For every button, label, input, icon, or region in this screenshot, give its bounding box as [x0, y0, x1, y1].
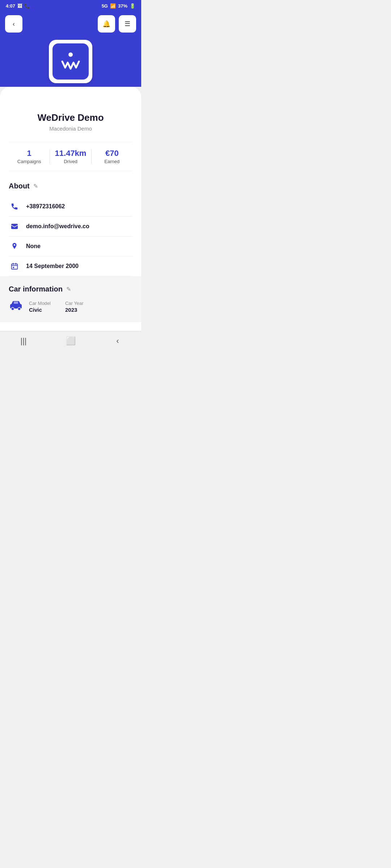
svg-rect-7: [14, 302, 18, 304]
svg-rect-1: [11, 224, 18, 229]
header-actions: 🔔 ☰: [98, 15, 136, 33]
svg-rect-3: [13, 267, 14, 268]
profile-subtitle: Macedonia Demo: [9, 125, 133, 132]
profile-card: WeDrive Demo Macedonia Demo 1 Campaigns …: [0, 87, 141, 331]
car-icon: [9, 300, 23, 314]
notification-button[interactable]: 🔔: [98, 15, 115, 33]
birthday-icon: [9, 262, 20, 270]
birthday-row: 14 September 2000: [9, 256, 133, 276]
signal-icon: 5G: [102, 3, 108, 9]
back-button[interactable]: ‹: [5, 15, 22, 33]
car-year-label: Car Year: [65, 301, 84, 306]
phone-icon: [9, 203, 20, 210]
app-logo-wrapper: [49, 40, 92, 83]
signal-bars: 📶: [110, 3, 116, 9]
status-time: 4:07: [6, 3, 15, 9]
bottom-nav: ||| ⬜ ‹: [0, 331, 141, 351]
earned-label: Earned: [92, 159, 133, 164]
email-row: demo.info@wedrive.co: [9, 217, 133, 237]
location-icon: [9, 242, 20, 250]
email-icon: [9, 222, 20, 230]
stat-earned: €70 Earned: [92, 149, 133, 164]
svg-point-0: [68, 52, 73, 57]
location-row: None: [9, 237, 133, 256]
app-logo-inner: [52, 43, 89, 80]
email-value: demo.info@wedrive.co: [26, 223, 89, 230]
header: ‹ 🔔 ☰: [0, 12, 141, 33]
hero-section: [0, 33, 141, 87]
car-section-header: Car information ✎: [9, 285, 133, 293]
battery-icon: 🔋: [130, 3, 135, 9]
back-nav-button[interactable]: ‹: [110, 336, 125, 346]
menu-button[interactable]: ☰: [119, 15, 136, 33]
car-year-value: 2023: [65, 307, 84, 313]
about-edit-icon[interactable]: ✎: [33, 183, 38, 190]
phone-icon: 📞: [24, 3, 30, 9]
status-right: 5G 📶 37% 🔋: [102, 3, 135, 9]
battery-level: 37%: [118, 3, 127, 9]
profile-name: WeDrive Demo: [9, 112, 133, 123]
menu-icon: ☰: [125, 20, 130, 28]
svg-point-5: [11, 307, 14, 310]
home-button[interactable]: ⬜: [63, 336, 78, 346]
car-year-item: Car Year 2023: [65, 301, 84, 313]
car-info-section: Car information ✎ Car Model Civic: [0, 276, 141, 322]
location-value: None: [26, 243, 41, 250]
car-model-label: Car Model: [29, 301, 51, 306]
status-left: 4:07 🖼 📞: [6, 3, 30, 9]
car-details: Car Model Civic Car Year 2023: [29, 301, 84, 313]
car-details-row: Car Model Civic Car Year 2023: [9, 300, 133, 314]
phone-row: +38972316062: [9, 197, 133, 217]
bell-icon: 🔔: [102, 20, 110, 28]
car-model-item: Car Model Civic: [29, 301, 51, 313]
driven-value: 11.47km: [50, 149, 91, 158]
earned-value: €70: [92, 149, 133, 158]
stats-row: 1 Campaigns 11.47km Drived €70 Earned: [9, 142, 133, 171]
stat-driven: 11.47km Drived: [50, 149, 91, 164]
car-info-title: Car information: [9, 285, 63, 293]
svg-point-6: [18, 307, 21, 310]
back-icon: ‹: [13, 20, 15, 28]
wedrive-logo-svg: [58, 49, 83, 74]
phone-value: +38972316062: [26, 203, 65, 210]
birthday-value: 14 September 2000: [26, 263, 79, 269]
car-edit-icon[interactable]: ✎: [66, 286, 71, 293]
about-section-header: About ✎: [9, 182, 133, 190]
photo-icon: 🖼: [17, 3, 22, 9]
driven-label: Drived: [50, 159, 91, 164]
campaigns-value: 1: [9, 149, 50, 158]
svg-rect-2: [12, 264, 18, 269]
stat-campaigns: 1 Campaigns: [9, 149, 50, 164]
car-model-value: Civic: [29, 307, 51, 313]
campaigns-label: Campaigns: [9, 159, 50, 164]
status-bar: 4:07 🖼 📞 5G 📶 37% 🔋: [0, 0, 141, 12]
about-title: About: [9, 182, 30, 190]
recent-apps-button[interactable]: |||: [16, 336, 31, 346]
